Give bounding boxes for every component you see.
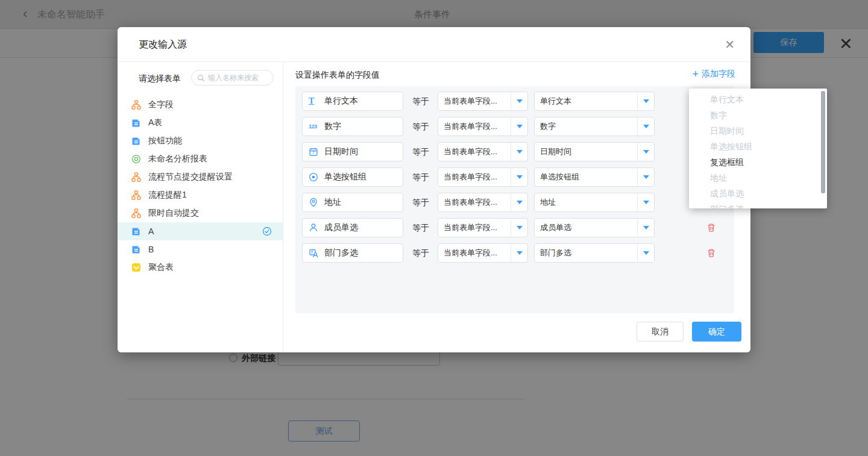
- sidebar-item-aggregate-table[interactable]: 聚合表: [118, 258, 283, 276]
- dropdown-item-datetime: 日期时间: [689, 123, 827, 139]
- source-select[interactable]: 当前表单字段...: [438, 92, 528, 111]
- delete-row-icon[interactable]: [706, 223, 716, 233]
- value-select[interactable]: 日期时间: [534, 142, 655, 161]
- operator-label: 等于: [412, 243, 429, 263]
- value-select[interactable]: 地址: [534, 193, 655, 212]
- sidebar-item-form-a[interactable]: A: [118, 222, 283, 240]
- flow-icon: [131, 190, 141, 200]
- sidebar-item-flow-node-reminder[interactable]: 流程节点提交提醒设置: [118, 168, 283, 186]
- flow-icon: [131, 100, 141, 110]
- field-name-box[interactable]: 成员单选: [302, 218, 403, 237]
- value-select[interactable]: 部门多选: [534, 243, 655, 263]
- chevron-down-icon: [511, 244, 527, 262]
- field-name-box[interactable]: 123 数字: [302, 117, 403, 136]
- dropdown-item-address: 地址: [689, 170, 827, 186]
- cancel-button[interactable]: 取消: [637, 322, 684, 342]
- dropdown-scrollbar[interactable]: [821, 91, 825, 193]
- sidebar-item-all-fields[interactable]: 全字段: [118, 96, 283, 114]
- source-select[interactable]: 当前表单字段...: [438, 117, 528, 136]
- radio-group-icon: [309, 172, 319, 182]
- field-row: 123 数字 等于 当前表单字段... 数字: [302, 117, 728, 136]
- sidebar-item-unnamed-report[interactable]: 未命名分析报表: [118, 150, 283, 168]
- flow-icon: [131, 172, 141, 182]
- number-icon: 123: [309, 122, 319, 131]
- field-name-box[interactable]: 单选按钮组: [302, 167, 403, 187]
- search-input[interactable]: [208, 73, 268, 82]
- field-row: 成员单选 等于 当前表单字段... 成员单选: [302, 218, 728, 237]
- sidebar-item-flow-reminder-1[interactable]: 流程提醒1: [118, 186, 283, 204]
- single-line-text-icon: T: [309, 96, 319, 106]
- field-name-box[interactable]: T 单行文本: [302, 92, 403, 111]
- dropdown-item-member-single: 成员单选: [689, 186, 827, 201]
- field-row: 单选按钮组 等于 当前表单字段... 单选按钮组: [302, 167, 728, 187]
- source-select-value: 当前表单字段...: [438, 244, 511, 262]
- svg-text:7: 7: [312, 151, 315, 155]
- sidebar-item-label: 按钮功能: [148, 136, 182, 146]
- dropdown-item-radio-group: 单选按钮组: [689, 139, 827, 154]
- source-select[interactable]: 当前表单字段...: [438, 167, 528, 187]
- sidebar-item-label: 流程节点提交提醒设置: [148, 172, 233, 183]
- field-name-box[interactable]: 部门多选: [302, 243, 403, 263]
- value-select-value: 地址: [535, 193, 637, 211]
- source-select[interactable]: 当前表单字段...: [438, 193, 528, 212]
- dropdown-item-number: 数字: [689, 107, 827, 123]
- modal-close-icon[interactable]: ✕: [725, 38, 735, 51]
- form-icon: [131, 118, 141, 128]
- source-select[interactable]: 当前表单字段...: [438, 243, 528, 263]
- field-row: 部门多选 等于 当前表单字段... 部门多选: [302, 243, 728, 263]
- chevron-down-icon: [637, 143, 654, 161]
- sidebar-item-timed-auto-submit[interactable]: 限时自动提交: [118, 204, 283, 222]
- field-name: 单选按钮组: [324, 172, 366, 183]
- field-rows-panel: T 单行文本 等于 当前表单字段... 单行文本 123: [295, 86, 734, 313]
- aggregate-table-icon: [131, 263, 141, 272]
- address-icon: [309, 198, 319, 207]
- source-select[interactable]: 当前表单字段...: [438, 142, 528, 161]
- sidebar-item-label: 聚合表: [148, 262, 174, 273]
- operator-label: 等于: [412, 193, 429, 212]
- operator-label: 等于: [412, 117, 429, 136]
- source-select-value: 当前表单字段...: [438, 143, 511, 161]
- department-icon: [309, 248, 319, 258]
- field-name-box[interactable]: 地址: [302, 193, 403, 212]
- chevron-down-icon: [637, 117, 654, 136]
- dropdown-item-department-multi: 部门多选: [689, 201, 827, 208]
- form-icon: [131, 245, 141, 254]
- value-select[interactable]: 单行文本: [534, 92, 655, 111]
- sidebar-item-label: 未命名分析报表: [148, 154, 207, 164]
- confirm-button[interactable]: 确定: [692, 322, 741, 342]
- add-field-button[interactable]: + 添加字段: [692, 69, 735, 80]
- delete-row-icon[interactable]: [706, 248, 716, 258]
- dropdown-item-single-line-text: 单行文本: [689, 92, 827, 107]
- source-select[interactable]: 当前表单字段...: [438, 218, 528, 237]
- value-select[interactable]: 数字: [534, 117, 655, 136]
- sidebar-item-button-function[interactable]: 按钮功能: [118, 132, 283, 150]
- modal-title: 更改输入源: [139, 27, 187, 62]
- source-select-value: 当前表单字段...: [438, 219, 511, 237]
- field-name-box[interactable]: 7 日期时间: [302, 142, 403, 161]
- sidebar-label: 请选择表单: [139, 73, 181, 84]
- chevron-down-icon: [511, 92, 527, 110]
- sidebar-item-label: 限时自动提交: [148, 208, 199, 219]
- value-select[interactable]: 单选按钮组: [534, 167, 655, 187]
- panel-title: 设置操作表单的字段值: [295, 70, 380, 81]
- check-circle-icon: [262, 226, 272, 236]
- report-icon: [131, 154, 141, 164]
- plus-icon: +: [692, 69, 699, 80]
- search-icon: [197, 74, 205, 82]
- chevron-down-icon: [511, 168, 527, 186]
- field-name: 日期时间: [324, 146, 358, 157]
- datetime-icon: 7: [309, 147, 319, 157]
- source-select-value: 当前表单字段...: [438, 117, 511, 136]
- value-select-value: 单选按钮组: [535, 168, 637, 186]
- value-select[interactable]: 成员单选: [534, 218, 655, 237]
- chevron-down-icon: [637, 168, 654, 186]
- change-input-source-modal: 更改输入源 ✕ 请选择表单 全字段 A表 按钮功能: [118, 27, 750, 352]
- chevron-down-icon: [511, 219, 527, 237]
- value-select-value: 数字: [535, 117, 637, 136]
- sidebar-item-form-b[interactable]: B: [118, 240, 283, 258]
- field-name: 成员单选: [324, 222, 358, 233]
- chevron-down-icon: [511, 193, 527, 211]
- sidebar-item-form-a-table[interactable]: A表: [118, 114, 283, 132]
- dropdown-item-checkbox-group[interactable]: 复选框组: [689, 154, 827, 170]
- form-icon: [131, 136, 141, 146]
